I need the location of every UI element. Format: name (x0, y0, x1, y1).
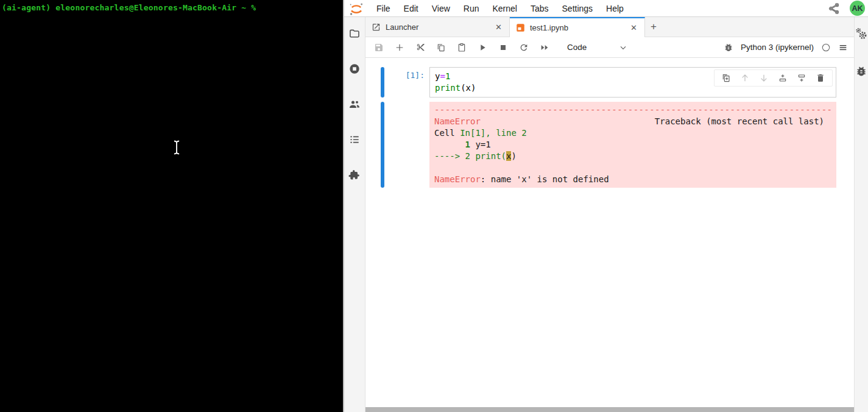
jupyter-logo-icon (348, 1, 364, 16)
menu-view[interactable]: View (425, 4, 457, 13)
right-sidebar (854, 17, 868, 412)
notebook-icon (516, 23, 525, 32)
traceback-label: Traceback (most recent call last) (655, 116, 824, 127)
chevron-down-icon (618, 42, 628, 52)
left-sidebar (344, 17, 365, 412)
kernel-name[interactable]: Python 3 (ipykernel) (741, 43, 814, 52)
copy-icon[interactable] (436, 42, 446, 52)
cut-icon[interactable] (415, 42, 425, 52)
share-icon[interactable] (828, 2, 840, 15)
menu-run[interactable]: Run (457, 4, 486, 13)
toolbar-right: Python 3 (ipykernel) (724, 42, 848, 52)
tab-bar: Launcher ✕ test1.ipynb ✕ + (365, 17, 854, 37)
terminal-window[interactable]: (ai-agent) eleonorecharles@Eleonores-Mac… (0, 0, 343, 412)
execution-prompt: [1]: (384, 67, 429, 98)
stop-icon[interactable] (498, 42, 508, 52)
menubar-right: AK (828, 1, 868, 16)
add-cell-icon[interactable] (394, 42, 404, 52)
text-cursor-icon (172, 140, 181, 158)
restart-icon[interactable] (518, 42, 529, 52)
extensions-icon[interactable] (348, 168, 361, 182)
run-all-icon[interactable] (539, 42, 549, 52)
new-tab-button[interactable]: + (645, 17, 662, 37)
menu-kernel[interactable]: Kernel (485, 4, 523, 13)
run-icon[interactable] (477, 42, 487, 52)
tab-launcher[interactable]: Launcher ✕ (365, 17, 510, 37)
menu-edit[interactable]: Edit (397, 4, 425, 13)
user-avatar[interactable]: AK (850, 1, 865, 16)
insert-below-icon[interactable] (797, 73, 806, 83)
output-prompt-spacer (384, 102, 429, 188)
context-line-2: ----> 2 print(x) (434, 151, 831, 162)
tab-launcher-label: Launcher (386, 23, 418, 32)
paste-icon[interactable] (456, 42, 467, 52)
traceback-location: Cell In[1], line 2 (434, 127, 831, 139)
debugger-icon[interactable] (724, 42, 734, 52)
error-output: ----------------------------------------… (429, 102, 836, 188)
cell-type-select[interactable]: Code (567, 42, 628, 52)
notebook-toolbar: Code Python 3 (ipykernel) (365, 37, 854, 58)
bottom-strip (365, 407, 854, 412)
error-type: NameError (434, 116, 481, 127)
duplicate-cell-icon[interactable] (721, 73, 731, 83)
notebook-area: [1]: y=1 print(x) (365, 58, 854, 407)
code-cell[interactable]: [1]: y=1 print(x) (365, 67, 854, 98)
launcher-icon (372, 23, 381, 32)
running-kernels-icon[interactable] (348, 62, 361, 76)
menu-icon[interactable] (838, 42, 848, 52)
screen: (ai-agent) eleonorecharles@Eleonores-Mac… (0, 0, 868, 412)
kernel-status-icon[interactable] (820, 42, 831, 52)
property-inspector-icon[interactable] (855, 27, 868, 40)
save-icon[interactable] (373, 42, 384, 52)
table-of-contents-icon[interactable] (348, 133, 361, 146)
cell-toolbar (714, 69, 833, 87)
menu-settings[interactable]: Settings (556, 4, 600, 13)
jupyterlab-window: File Edit View Run Kernel Tabs Settings … (343, 0, 868, 412)
menu-bar: File Edit View Run Kernel Tabs Settings … (344, 0, 868, 17)
collaborators-icon[interactable] (348, 98, 361, 111)
blank-line (434, 162, 831, 174)
tab-notebook[interactable]: test1.ipynb ✕ (510, 17, 645, 37)
terminal-prompt: (ai-agent) eleonorecharles@Eleonores-Mac… (0, 0, 343, 15)
main-dock: Launcher ✕ test1.ipynb ✕ + (365, 17, 854, 412)
debugger-icon[interactable] (855, 65, 868, 78)
error-message: NameError: name 'x' is not defined (434, 174, 831, 185)
tab-notebook-label: test1.ipynb (530, 23, 568, 32)
close-icon[interactable]: ✕ (628, 22, 640, 34)
traceback-rule: ----------------------------------------… (434, 104, 831, 116)
cell-type-value: Code (567, 43, 587, 52)
menu-file[interactable]: File (370, 4, 397, 13)
cell-output: ----------------------------------------… (365, 102, 854, 188)
traceback-header: NameError Traceback (most recent call la… (434, 116, 831, 127)
menu-tabs[interactable]: Tabs (524, 4, 556, 13)
insert-above-icon[interactable] (778, 73, 788, 83)
code-editor[interactable]: y=1 print(x) (429, 67, 836, 98)
context-line-1: 1 y=1 (434, 139, 831, 151)
move-down-icon[interactable] (759, 73, 769, 83)
file-browser-icon[interactable] (348, 27, 361, 40)
menu-help[interactable]: Help (599, 4, 630, 13)
move-up-icon[interactable] (740, 73, 750, 83)
jupyter-body: Launcher ✕ test1.ipynb ✕ + (344, 17, 868, 412)
delete-cell-icon[interactable] (816, 73, 825, 83)
close-icon[interactable]: ✕ (493, 21, 504, 33)
